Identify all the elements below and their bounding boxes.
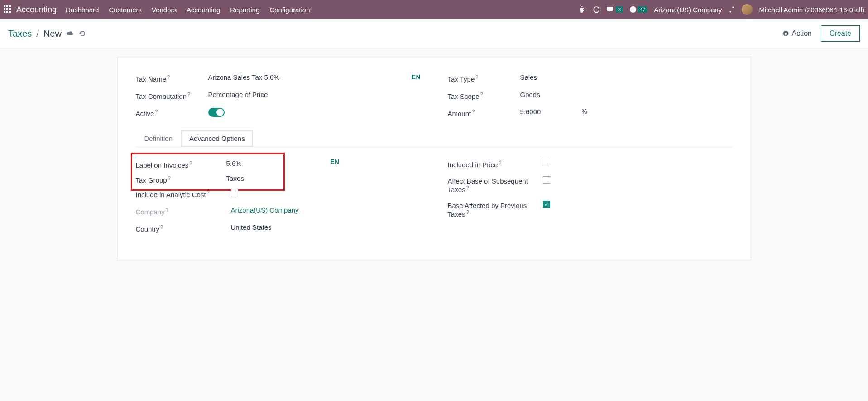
tax-scope-label: Tax Scope? <box>448 91 520 100</box>
amount-label: Amount? <box>448 108 520 117</box>
tax-scope-select[interactable]: Goods <box>520 91 733 98</box>
tax-computation-select[interactable]: Percentage of Price <box>208 91 421 98</box>
nav-reporting[interactable]: Reporting <box>230 6 259 14</box>
amount-input[interactable]: 5.6000 <box>520 108 541 116</box>
help-icon[interactable]: ? <box>472 109 475 114</box>
help-icon[interactable]: ? <box>155 109 158 114</box>
active-toggle[interactable] <box>208 108 225 117</box>
help-icon[interactable]: ? <box>166 207 168 213</box>
nav-configuration[interactable]: Configuration <box>269 6 310 14</box>
nav-vendors[interactable]: Vendors <box>152 6 177 14</box>
help-icon[interactable]: ? <box>499 160 501 165</box>
user-name[interactable]: Mitchell Admin (20366964-16-0-all) <box>759 6 864 14</box>
nav-accounting[interactable]: Accounting <box>187 6 220 14</box>
control-panel: Taxes / New Action Create <box>0 19 868 48</box>
tools-icon[interactable] <box>728 6 735 13</box>
include-analytic-checkbox[interactable] <box>231 189 238 196</box>
help-icon[interactable]: ? <box>187 92 190 97</box>
breadcrumb: Taxes / New <box>8 29 86 39</box>
label-invoices-input[interactable]: 5.6% <box>226 159 280 167</box>
messages-badge: 8 <box>616 6 623 13</box>
tax-type-label: Tax Type? <box>448 73 520 83</box>
affect-base-label: Affect Base of Subsequent Taxes? <box>448 176 543 193</box>
help-icon[interactable]: ? <box>160 224 163 230</box>
tax-computation-label: Tax Computation? <box>136 91 208 100</box>
messages-icon[interactable]: 8 <box>607 6 623 13</box>
label-invoices-label: Label on Invoices? <box>136 159 226 169</box>
nav-dashboard[interactable]: Dashboard <box>66 6 99 14</box>
help-icon[interactable]: ? <box>167 74 170 80</box>
tax-group-label: Tax Group? <box>136 174 226 184</box>
included-price-label: Included in Price? <box>448 159 543 169</box>
help-icon[interactable]: ? <box>480 92 483 97</box>
help-icon[interactable]: ? <box>466 209 469 215</box>
breadcrumb-current: New <box>43 29 62 39</box>
base-affected-checkbox[interactable]: ✓ <box>543 201 550 208</box>
tax-type-select[interactable]: Sales <box>520 73 733 81</box>
activities-badge: 47 <box>638 6 647 13</box>
gear-icon <box>782 30 789 37</box>
help-icon[interactable]: ? <box>475 74 478 80</box>
undo-icon[interactable] <box>79 30 86 37</box>
country-label: Country? <box>136 223 231 233</box>
create-button[interactable]: Create <box>821 25 860 42</box>
cloud-icon[interactable] <box>66 30 74 37</box>
company-switcher[interactable]: Arizona(US) Company <box>654 6 722 14</box>
included-price-checkbox[interactable] <box>543 159 550 166</box>
company-link[interactable]: Arizona(US) Company <box>231 206 421 214</box>
tab-advanced-options[interactable]: Advanced Options <box>181 130 253 147</box>
app-brand[interactable]: Accounting <box>16 5 57 14</box>
lang-toggle-2[interactable]: EN <box>331 158 349 165</box>
active-label: Active? <box>136 108 208 117</box>
help-icon[interactable]: ? <box>189 160 192 166</box>
breadcrumb-parent[interactable]: Taxes <box>8 29 32 39</box>
breadcrumb-separator: / <box>36 29 39 39</box>
nav-right: 8 47 Arizona(US) Company Mitchell Admin … <box>579 4 864 15</box>
help-icon[interactable]: ? <box>168 175 171 181</box>
nav-links: Dashboard Customers Vendors Accounting R… <box>66 6 310 14</box>
lang-toggle[interactable]: EN <box>412 73 420 81</box>
help-icon[interactable]: ? <box>466 185 469 190</box>
support-icon[interactable] <box>592 5 600 14</box>
tax-name-label: Tax Name? <box>136 73 208 83</box>
company-label: Company? <box>136 206 231 216</box>
tabs: Definition Advanced Options <box>136 130 733 147</box>
action-button[interactable]: Action <box>782 29 812 38</box>
top-nav: Accounting Dashboard Customers Vendors A… <box>0 0 868 19</box>
form-sheet: Tax Name? Arizona Sales Tax 5.6% EN Tax … <box>117 57 751 260</box>
nav-customers[interactable]: Customers <box>109 6 142 14</box>
base-affected-label: Base Affected by Previous Taxes? <box>448 201 543 218</box>
tax-name-input[interactable]: Arizona Sales Tax 5.6% <box>208 73 412 81</box>
activities-icon[interactable]: 47 <box>629 6 647 13</box>
help-icon[interactable]: ? <box>207 190 210 195</box>
tax-group-select[interactable]: Taxes <box>226 174 280 182</box>
debug-icon[interactable] <box>579 6 586 13</box>
user-avatar[interactable] <box>742 4 753 15</box>
amount-unit: % <box>581 108 587 115</box>
country-select[interactable]: United States <box>231 223 421 231</box>
tab-definition[interactable]: Definition <box>136 130 182 147</box>
affect-base-checkbox[interactable] <box>543 176 550 184</box>
apps-icon[interactable] <box>4 5 12 14</box>
include-analytic-label: Include in Analytic Cost? <box>136 189 231 198</box>
